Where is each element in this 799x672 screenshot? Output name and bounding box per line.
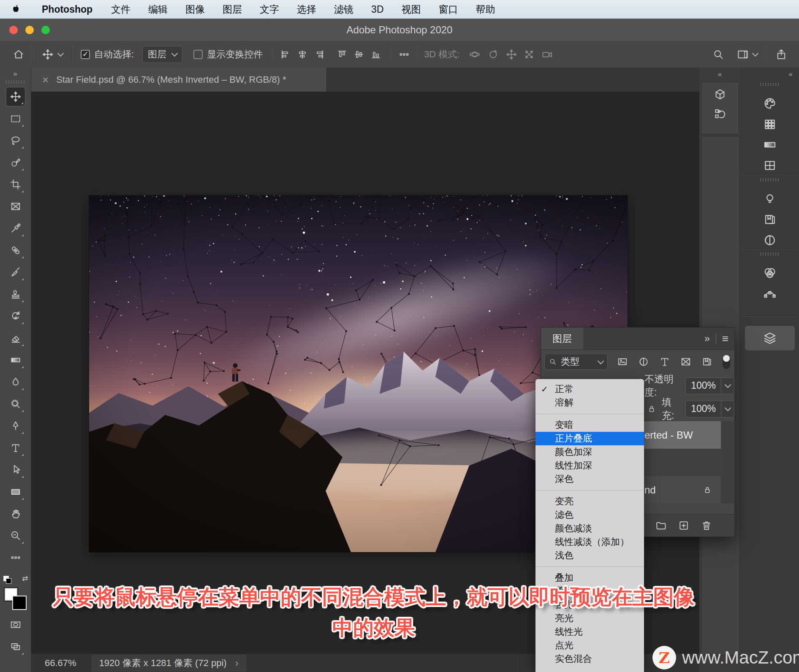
panel-grip[interactable] <box>760 83 780 86</box>
3d-panel-icon[interactable] <box>714 88 726 101</box>
more-align-options-button[interactable] <box>395 49 413 60</box>
align-center-button[interactable] <box>294 49 311 60</box>
menu-layer[interactable]: 图层 <box>214 3 251 16</box>
edit-toolbar-icon[interactable] <box>6 548 25 567</box>
blend-mode-option[interactable]: 颜色加深 <box>535 445 644 459</box>
delete-layer-icon[interactable] <box>701 520 712 531</box>
menu-image[interactable]: 图像 <box>177 3 214 16</box>
color-panel-icon[interactable] <box>763 97 777 110</box>
libraries-panel-icon[interactable] <box>763 213 777 226</box>
gradient-tool[interactable] <box>6 350 25 370</box>
blend-mode-option[interactable]: 滤色 <box>535 508 644 522</box>
blend-mode-option[interactable]: 颜色减淡 <box>535 522 644 535</box>
learn-panel-icon[interactable] <box>763 192 777 206</box>
blend-mode-option[interactable]: 溶解 <box>535 396 644 409</box>
filter-type-dropdown[interactable]: 类型 <box>544 354 608 370</box>
menu-view[interactable]: 视图 <box>393 3 430 16</box>
filter-adjustment-layers-icon[interactable] <box>638 356 649 367</box>
layers-panel-icon[interactable] <box>745 326 795 350</box>
filter-shape-layers-icon[interactable] <box>680 356 691 367</box>
shape-tool[interactable] <box>6 482 25 501</box>
auto-select-checkbox[interactable]: ✓ 自动选择: <box>77 48 137 61</box>
frame-tool[interactable] <box>6 197 25 216</box>
gradients-panel-icon[interactable] <box>763 138 777 152</box>
blend-mode-option[interactable]: 深色 <box>535 472 644 486</box>
pen-tool[interactable] <box>6 416 25 436</box>
apple-menu-icon[interactable] <box>10 4 21 15</box>
blend-mode-option[interactable]: ✓正常 <box>535 382 644 396</box>
history-panel-icon[interactable] <box>714 108 726 120</box>
blend-mode-option[interactable]: 变亮 <box>535 495 644 508</box>
type-tool[interactable] <box>6 438 25 458</box>
zoom-tool[interactable] <box>6 526 25 545</box>
eraser-tool[interactable] <box>6 328 25 348</box>
blend-mode-option[interactable]: 线性加深 <box>535 459 644 472</box>
panel-scroll-gutter[interactable] <box>721 421 734 504</box>
menu-edit[interactable]: 编辑 <box>139 3 177 16</box>
eyedropper-tool[interactable] <box>6 219 25 238</box>
new-layer-icon[interactable] <box>678 520 690 531</box>
align-top-button[interactable] <box>334 49 351 60</box>
panel-grip[interactable] <box>760 178 780 182</box>
move-tool[interactable] <box>6 87 25 106</box>
filter-smart-objects-icon[interactable] <box>701 356 712 367</box>
panel-grip[interactable] <box>6 80 25 84</box>
blur-tool[interactable] <box>6 372 25 392</box>
workspace-switcher-icon[interactable] <box>734 49 761 60</box>
filter-pixel-layers-icon[interactable] <box>617 356 628 367</box>
clone-stamp-tool[interactable] <box>6 285 25 304</box>
menu-select[interactable]: 选择 <box>288 3 325 16</box>
lock-icon[interactable] <box>647 404 657 414</box>
collapse-panels-icon[interactable]: « <box>699 70 741 79</box>
layers-tab[interactable]: 图层 <box>541 328 583 350</box>
align-bottom-button[interactable] <box>367 49 384 60</box>
opacity-field[interactable]: 100% <box>685 377 734 394</box>
3d-roll-icon[interactable] <box>484 49 503 60</box>
patterns-panel-icon[interactable] <box>763 159 777 172</box>
blend-mode-option[interactable]: 浅色 <box>535 549 644 562</box>
history-brush-tool[interactable] <box>6 306 25 326</box>
move-tool-preset[interactable] <box>39 49 66 60</box>
paths-panel-icon[interactable] <box>763 287 777 301</box>
auto-select-target-dropdown[interactable]: 图层 <box>142 46 182 63</box>
search-icon[interactable] <box>709 49 728 60</box>
show-transform-checkbox[interactable]: 显示变换控件 <box>190 48 266 61</box>
document-tab[interactable]: × Star Field.psd @ 66.7% (Mesh Inverted … <box>31 68 327 92</box>
default-colors-icon[interactable] <box>3 575 9 582</box>
menu-3d[interactable]: 3D <box>362 4 392 15</box>
filter-type-layers-icon[interactable] <box>659 356 670 367</box>
3d-camera-icon[interactable] <box>538 49 557 60</box>
blend-mode-option[interactable]: 线性减淡（添加） <box>535 535 644 549</box>
path-selection-tool[interactable] <box>6 460 25 480</box>
healing-brush-tool[interactable] <box>6 241 25 260</box>
3d-pan-icon[interactable] <box>503 49 520 60</box>
close-tab-icon[interactable]: × <box>42 74 49 85</box>
quick-selection-tool[interactable] <box>6 153 25 172</box>
panel-menu-icon[interactable]: ≡ <box>722 332 728 345</box>
menu-photoshop[interactable]: Photoshop <box>32 4 102 15</box>
blend-mode-option-selected[interactable]: 正片叠底 <box>535 432 644 445</box>
collapse-panels-icon[interactable]: « <box>789 70 793 79</box>
menu-type[interactable]: 文字 <box>251 3 288 16</box>
crop-tool[interactable] <box>6 175 25 194</box>
lasso-tool[interactable] <box>6 131 25 150</box>
channels-panel-icon[interactable] <box>763 266 777 280</box>
menu-filter[interactable]: 滤镜 <box>325 3 362 16</box>
menu-window[interactable]: 窗口 <box>430 3 467 16</box>
marquee-tool[interactable] <box>6 109 25 128</box>
menu-file[interactable]: 文件 <box>102 3 139 16</box>
fill-field[interactable]: 100% <box>685 401 734 417</box>
expand-tools-icon[interactable]: » <box>13 68 17 80</box>
align-left-button[interactable] <box>277 49 294 60</box>
expand-panel-icon[interactable]: » <box>704 333 710 344</box>
new-group-icon[interactable] <box>655 520 667 531</box>
document-info[interactable]: 1920 像素 x 1281 像素 (72 ppi) › <box>92 655 246 672</box>
align-right-button[interactable] <box>311 49 328 60</box>
blend-mode-option[interactable]: 变暗 <box>535 418 644 432</box>
share-icon[interactable] <box>772 49 791 60</box>
zoom-level-field[interactable]: 66.67% <box>45 658 76 669</box>
brush-tool[interactable] <box>6 263 25 282</box>
hand-tool[interactable] <box>6 504 25 523</box>
adjustments-panel-icon[interactable] <box>763 233 777 247</box>
dodge-tool[interactable] <box>6 394 25 414</box>
